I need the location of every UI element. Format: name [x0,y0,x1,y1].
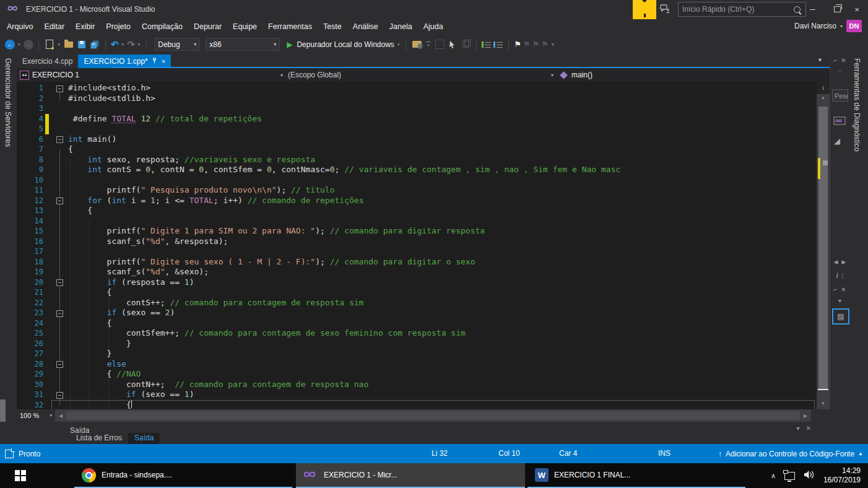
menu-item-projeto[interactable]: Projeto [100,20,136,33]
window-position-icon[interactable]: ⌐ [833,286,837,293]
tab-exercicio4[interactable]: Exercicio 4.cpp [17,54,78,68]
redo-dropdown-icon[interactable]: ▾ [138,42,141,47]
code-line[interactable]: 25 contSfem++; // comando para contagem … [17,328,815,339]
menu-item-ajuda[interactable]: Ajuda [418,20,449,33]
code-line[interactable]: 5 [17,124,815,134]
menu-item-equipe[interactable]: Equipe [227,20,263,33]
code-line[interactable]: 20− if (resposta == 1) [17,277,815,288]
code-line[interactable]: 24 { [17,318,815,329]
increase-indent-button[interactable] [493,41,503,48]
pin-icon[interactable] [152,57,158,66]
add-to-source-control-button[interactable]: ↑ Adicionar ao Controle do Código-Fonte … [718,444,863,463]
project-dropdown[interactable]: ++ EXERCICIO 1 ▾ [17,68,288,82]
collapse-region-icon[interactable]: − [56,361,63,368]
find-in-files-button[interactable] [411,39,422,50]
code-line[interactable]: 9 int contS = 0, contN = 0, contSfem = 0… [17,165,815,175]
code-line[interactable]: 17 [17,246,815,257]
diagnostics-search-input[interactable]: Pesq [832,89,848,102]
toolbar-overflow-button[interactable]: ▾ [426,41,430,47]
code-line[interactable]: 14 [17,216,815,227]
code-line[interactable]: 31− if (sexo == 1) [17,390,815,400]
intellitrace-icon[interactable]: i [836,272,838,279]
code-line[interactable]: 1−#include<stdio.h> [17,83,815,94]
close-button[interactable]: × [846,0,868,19]
code-line[interactable]: 3 [17,103,815,114]
start-debugging-icon[interactable]: ▶ [287,40,292,49]
scroll-down-icon[interactable]: ▼ [817,401,830,408]
show-hidden-icons-chevron[interactable]: ∧ [771,472,776,480]
open-file-button[interactable] [63,39,74,50]
tab-diagnostic-tools[interactable]: Ferramentas de Diagnóstico [853,54,861,152]
network-icon[interactable] [784,472,795,480]
quick-launch-search-input[interactable]: Início Rápido (Ctrl+Q) [678,2,806,17]
feedback-filter-button[interactable] [633,0,656,19]
chevron-down-icon[interactable]: ▾ [840,24,843,29]
code-line[interactable]: 6−int main() [17,134,815,145]
menu-item-compilacao[interactable]: Compilação [136,20,188,33]
scroll-up-icon[interactable]: ▲ [817,95,830,103]
selection-mode-button[interactable] [447,39,458,50]
collapse-region-icon[interactable]: − [56,198,63,204]
code-line[interactable]: 13 { [17,206,815,216]
code-line[interactable]: 10 [17,175,815,186]
vertical-scrollbar[interactable]: ↕ ▲ ▼ [817,82,830,409]
send-feedback-icon[interactable] [660,4,671,16]
new-file-button[interactable] [44,39,55,50]
window-position-icon[interactable]: ⌐ [833,57,837,64]
panel-options-icon[interactable]: ▾ [797,425,800,432]
collapse-region-icon[interactable]: − [56,279,63,286]
navigate-forward-button[interactable]: → [24,40,33,50]
menu-item-ferramentas[interactable]: Ferramentas [263,20,318,33]
close-icon[interactable]: ✕ [806,425,811,432]
collapse-region-icon[interactable]: − [56,136,63,143]
start-button[interactable] [6,463,35,488]
properties-window-button[interactable]: ▤ [832,308,849,325]
new-file-dropdown-icon[interactable]: ▾ [58,42,61,47]
events-icon[interactable]: ⁞ [842,272,844,279]
toggle-bookmark-button[interactable]: ⚑ [514,40,521,49]
code-line[interactable]: 16 scanf_s("%d", &resposta); [17,237,815,247]
code-line[interactable]: 19 scanf_s("%d", &sexo); [17,267,815,277]
member-dropdown[interactable]: main() [558,68,830,82]
chevron-down-icon[interactable]: ▾ [838,297,841,304]
menu-item-analise[interactable]: Análise [347,20,384,33]
solution-platform-select[interactable]: x86▾ [206,38,280,51]
tab-output[interactable]: Saída [128,433,160,444]
code-line[interactable]: 12− for (int i = 1; i <= TOTAL; i++) // … [17,196,815,206]
nav-previous-icon[interactable]: ◀ [834,259,838,265]
undo-dropdown-icon[interactable]: ▾ [122,42,124,47]
menu-item-editar[interactable]: Editar [38,20,70,33]
solution-configuration-select[interactable]: Debug▾ [154,38,200,51]
close-icon[interactable]: ✕ [841,57,846,64]
bookmark-overflow-icon[interactable]: ▾ [552,42,554,47]
code-line[interactable]: 2#include<stdlib.h> [17,94,815,104]
user-name[interactable]: Davi Narciso [794,22,836,30]
code-line[interactable]: 18 printf(" Digite seu sexo ( 1 - M | 2 … [17,257,815,268]
split-window-handle[interactable]: ↕ [817,82,830,95]
code-line[interactable]: 15 printf(" Digite 1 para SIM ou 2 para … [17,226,815,237]
taskbar-clock[interactable]: 14:29 16/07/2019 [823,466,861,485]
code-line[interactable]: 11 printf(" Pesquisa produto novo\n\n");… [17,185,815,196]
code-line[interactable]: 22 contS++; // comando para contagem de … [17,298,815,308]
horizontal-scrollbar[interactable] [66,409,800,422]
code-line[interactable]: 32 { [17,400,815,410]
code-line[interactable]: 23− if (sexo == 2) [17,308,815,318]
scope-dropdown[interactable]: (Escopo Global) ▾ [288,68,558,82]
scroll-left-icon[interactable]: ◀ [55,413,66,419]
collapse-region-icon[interactable]: − [56,392,63,399]
tab-list-dropdown-icon[interactable]: ▼ [817,57,823,63]
code-line[interactable]: 4 #define TOTAL 12 // total de repetiçõe… [17,114,815,124]
scrollbar-thumb[interactable] [818,107,828,389]
output-panel-header[interactable]: Saída ▾ ✕ [0,422,868,433]
minimize-button[interactable] [801,0,823,19]
taskbar-button-word[interactable]: WEXERCICIO 1 FINAL... [527,463,745,488]
zoom-level-select[interactable]: 100 % ▾ [17,409,55,422]
tab-error-list[interactable]: Lista de Erros [70,433,128,444]
collapse-region-icon[interactable]: − [56,310,63,317]
navigate-back-button[interactable]: ← [5,40,15,50]
collapse-region-icon[interactable]: − [56,85,63,92]
code-line[interactable]: 29 { //NAO [17,369,815,380]
code-line[interactable]: 7{ [17,144,815,155]
code-line[interactable]: 26 } [17,339,815,349]
taskbar-button-visual-studio[interactable]: EXERCICIO 1 - Micr... [296,463,525,488]
